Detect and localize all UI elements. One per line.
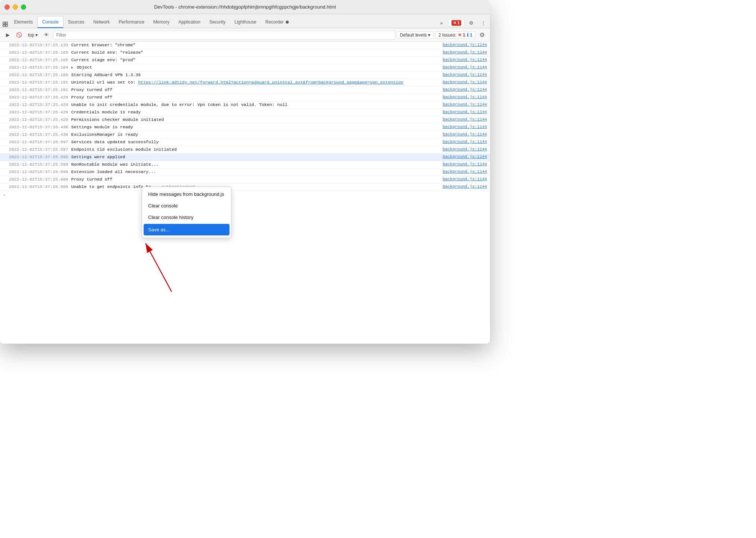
default-levels-label: Default levels ▾ — [400, 32, 430, 38]
console-toolbar: ▶ 🚫 top ▾ 👁 Default levels ▾ 2 Issues: ✕… — [0, 28, 490, 42]
context-chevron: ▾ — [35, 32, 38, 38]
clear-console-button[interactable]: 🚫 — [14, 30, 24, 40]
svg-rect-1 — [6, 22, 7, 24]
svg-line-5 — [146, 243, 172, 292]
log-source[interactable]: background.js:1144 — [443, 65, 487, 69]
issues-info-count: ℹ 1 — [467, 32, 472, 38]
tab-security[interactable]: Security — [205, 16, 230, 28]
prompt-arrow: › — [3, 193, 6, 197]
log-row: 2022-12-02T15:37:25.184 ▶ Object backgro… — [0, 64, 490, 72]
log-source[interactable]: background.js:1144 — [443, 162, 487, 166]
tab-recorder[interactable]: Recorder ⏺ — [261, 16, 294, 28]
log-source[interactable]: background.js:1144 — [443, 80, 487, 84]
log-source[interactable]: background.js:1144 — [443, 87, 487, 92]
context-menu: Hide messages from background.js Clear c… — [142, 187, 231, 238]
log-row: 2022-12-02T15:37:25.191 Uninstall url wa… — [0, 79, 490, 87]
tab-sources[interactable]: Sources — [63, 16, 89, 28]
log-row: 2022-12-02T15:37:25.188 Starting AdGuard… — [0, 72, 490, 79]
inspect-icon[interactable] — [1, 21, 9, 28]
play-button[interactable]: ▶ — [3, 30, 13, 40]
tab-actions: » ✕ 1 ⚙ ⋮ — [436, 18, 488, 28]
error-badge[interactable]: ✕ 1 — [448, 19, 465, 27]
svg-rect-0 — [3, 22, 5, 24]
tab-more-button[interactable]: » — [436, 18, 447, 28]
tab-console[interactable]: Console — [37, 16, 63, 28]
log-source[interactable]: background.js:1144 — [443, 140, 487, 144]
tab-lighthouse[interactable]: Lighthouse — [230, 16, 261, 28]
log-source[interactable]: background.js:1144 — [443, 110, 487, 114]
context-menu-item-hide[interactable]: Hide messages from background.js — [142, 188, 231, 200]
log-row: 2022-12-02T15:37:25.191 Proxy turned off… — [0, 87, 490, 94]
context-dropdown[interactable]: top ▾ — [25, 31, 40, 39]
log-source[interactable]: background.js:1144 — [443, 184, 487, 189]
log-source[interactable]: background.js:1144 — [443, 169, 487, 174]
svg-rect-2 — [3, 25, 5, 26]
svg-rect-3 — [6, 25, 7, 26]
log-source[interactable]: background.js:1144 — [443, 57, 487, 62]
log-row: 2022-12-02T15:37:25.165 Current build en… — [0, 49, 490, 57]
tabbar: Elements Console Sources Network Perform… — [0, 14, 490, 28]
tab-elements[interactable]: Elements — [10, 16, 37, 28]
maximize-button[interactable] — [21, 4, 26, 10]
default-levels-button[interactable]: Default levels ▾ — [397, 31, 434, 39]
filter-input[interactable] — [53, 31, 395, 40]
log-row: 2022-12-02T15:37:25.599 NonRoutable modu… — [0, 161, 490, 169]
tab-application[interactable]: Application — [174, 16, 205, 28]
more-options-button[interactable]: ⋮ — [478, 18, 488, 28]
context-label: top — [28, 32, 34, 38]
log-source[interactable]: background.js:1144 — [443, 132, 487, 137]
issues-button[interactable]: 2 Issues: ✕ 1 ℹ 1 — [435, 31, 476, 39]
issues-error-count: ✕ 1 — [458, 32, 465, 38]
settings-button[interactable]: ⚙ — [466, 18, 477, 28]
log-source[interactable]: background.js:1144 — [443, 43, 487, 47]
console-log: 2022-12-02T15:37:25.133 Current browser:… — [0, 42, 490, 344]
log-source[interactable]: background.js:1144 — [443, 102, 487, 107]
log-source[interactable]: background.js:1144 — [443, 50, 487, 54]
eye-button[interactable]: 👁 — [42, 30, 51, 40]
window-title: DevTools - chrome-extension://hhdobjgopf… — [154, 4, 336, 10]
log-row: 2022-12-02T15:37:25.599 Extension loaded… — [0, 169, 490, 176]
issues-label: 2 Issues: — [438, 32, 456, 38]
log-source[interactable]: background.js:1144 — [443, 154, 487, 159]
log-source[interactable]: background.js:1144 — [443, 72, 487, 77]
uninstall-link[interactable]: https://link.adtidy.net/forward.html?act… — [138, 80, 403, 85]
log-source[interactable]: background.js:1144 — [443, 117, 487, 122]
tab-network[interactable]: Network — [89, 16, 114, 28]
log-row: 2022-12-02T15:37:25.597 Endpoints tld ex… — [0, 146, 490, 154]
log-source[interactable]: background.js:1144 — [443, 147, 487, 151]
context-menu-item-clear[interactable]: Clear console — [142, 200, 231, 212]
log-source[interactable]: background.js:1144 — [443, 95, 487, 99]
arrow-indicator — [104, 228, 198, 303]
log-row: 2022-12-02T15:37:25.600 Unable to get en… — [0, 184, 490, 191]
log-row: 2022-12-02T15:37:25.600 Proxy turned off… — [0, 176, 490, 184]
tab-memory[interactable]: Memory — [149, 16, 174, 28]
log-row: 2022-12-02T15:37:25.429 Credentials modu… — [0, 109, 490, 116]
close-button[interactable] — [4, 4, 10, 10]
log-row: 2022-12-02T15:37:25.430 ExclusionsManage… — [0, 131, 490, 139]
titlebar: DevTools - chrome-extension://hhdobjgopf… — [0, 0, 490, 14]
log-row: 2022-12-02T15:37:25.429 Unable to init c… — [0, 101, 490, 109]
log-row: 2022-12-02T15:37:25.429 Proxy turned off… — [0, 94, 490, 101]
log-source[interactable]: background.js:1144 — [443, 125, 487, 129]
minimize-button[interactable] — [13, 4, 18, 10]
log-row: 2022-12-02T15:37:25.133 Current browser:… — [0, 42, 490, 49]
console-prompt: › — [0, 191, 490, 199]
error-count: ✕ 1 — [452, 20, 461, 26]
log-row: 2022-12-02T15:37:25.430 Settings module … — [0, 124, 490, 131]
context-menu-item-save[interactable]: Save as... — [144, 224, 229, 235]
tab-performance[interactable]: Performance — [114, 16, 149, 28]
log-row-highlighted: 2022-12-02T15:37:25.598 Settings were ap… — [0, 154, 490, 161]
console-settings-button[interactable]: ⚙ — [477, 30, 487, 40]
log-row: 2022-12-02T15:37:25.429 Permissions chec… — [0, 116, 490, 124]
log-source[interactable]: background.js:1144 — [443, 177, 487, 181]
log-row: 2022-12-02T15:37:25.165 Current stage en… — [0, 57, 490, 64]
context-menu-item-clear-history[interactable]: Clear console history — [142, 212, 231, 223]
log-row: 2022-12-02T15:37:25.597 Services data up… — [0, 139, 490, 146]
traffic-lights — [4, 4, 26, 10]
